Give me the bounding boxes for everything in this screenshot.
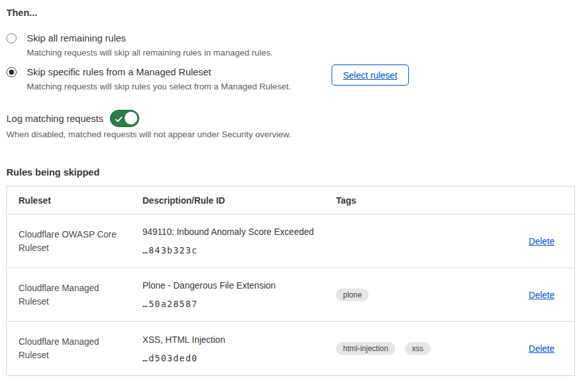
table-row: Cloudflare Managed Ruleset XSS, HTML Inj…: [7, 322, 574, 375]
checkmark-icon: [115, 114, 123, 122]
rules-being-skipped-table: Ruleset Description/Rule ID Tags Cloudfl…: [6, 186, 575, 376]
delete-rule-link[interactable]: Delete: [529, 236, 555, 246]
rule-description-cell: XSS, HTML Injection …d503ded0: [131, 335, 325, 363]
waf-rule-config-page: Then... Skip all remaining rules Matchin…: [0, 0, 582, 392]
tag-badge: plone: [336, 289, 369, 301]
ruleset-name: Cloudflare Managed Ruleset: [7, 335, 131, 362]
rule-id: …50a28587: [142, 299, 325, 309]
log-matching-row: Log matching requests: [6, 110, 139, 127]
table-row: Cloudflare Managed Ruleset Plone - Dange…: [7, 268, 574, 322]
then-section-title: Then...: [6, 7, 37, 18]
option-skip-specific-rules: Skip specific rules from a Managed Rules…: [6, 66, 291, 92]
rule-description-cell: 949110: Inbound Anomaly Score Exceeded ……: [131, 227, 325, 255]
rule-description: XSS, HTML Injection: [142, 335, 325, 345]
tags-cell: html-injection xss: [325, 342, 499, 355]
radio-skip-specific-rules[interactable]: [6, 67, 17, 77]
option-skip-all-label: Skip all remaining rules: [27, 33, 273, 44]
delete-rule-link[interactable]: Delete: [529, 343, 555, 354]
actions-cell: Delete: [499, 236, 576, 246]
column-header-description: Description/Rule ID: [131, 195, 325, 206]
toggle-knob: [125, 112, 137, 124]
table-header-row: Ruleset Description/Rule ID Tags: [7, 186, 574, 215]
rule-description-cell: Plone - Dangerous File Extension …50a285…: [131, 280, 325, 309]
option-skip-specific-label: Skip specific rules from a Managed Rules…: [27, 66, 291, 78]
rule-description: Plone - Dangerous File Extension: [142, 280, 325, 290]
ruleset-name: Cloudflare Managed Ruleset: [7, 282, 131, 308]
rule-id: …d503ded0: [142, 353, 325, 363]
rule-description: 949110: Inbound Anomaly Score Exceeded: [142, 227, 325, 237]
column-header-tags: Tags: [325, 195, 499, 206]
rules-table-title: Rules being skipped: [6, 167, 100, 177]
select-ruleset-button[interactable]: Select ruleset: [332, 64, 409, 86]
column-header-ruleset: Ruleset: [7, 195, 131, 206]
delete-rule-link[interactable]: Delete: [529, 290, 555, 300]
option-skip-all-description: Matching requests will skip all remainin…: [27, 48, 273, 58]
radio-skip-all-rules[interactable]: [6, 33, 17, 43]
log-matching-label: Log matching requests: [6, 113, 103, 124]
ruleset-name: Cloudflare OWASP Core Ruleset: [7, 228, 131, 255]
option-skip-all-rules: Skip all remaining rules Matching reques…: [6, 33, 273, 58]
option-skip-specific-description: Matching requests will skip rules you se…: [27, 82, 291, 92]
actions-cell: Delete: [499, 290, 576, 300]
table-row: Cloudflare OWASP Core Ruleset 949110: In…: [7, 215, 574, 268]
log-matching-description: When disabled, matched requests will not…: [6, 130, 291, 139]
actions-cell: Delete: [499, 343, 576, 354]
log-matching-toggle[interactable]: [110, 110, 139, 127]
tags-cell: plone: [325, 289, 499, 301]
tag-badge: xss: [405, 342, 431, 355]
rule-id: …843b323c: [142, 245, 325, 255]
tag-badge: html-injection: [336, 342, 395, 355]
